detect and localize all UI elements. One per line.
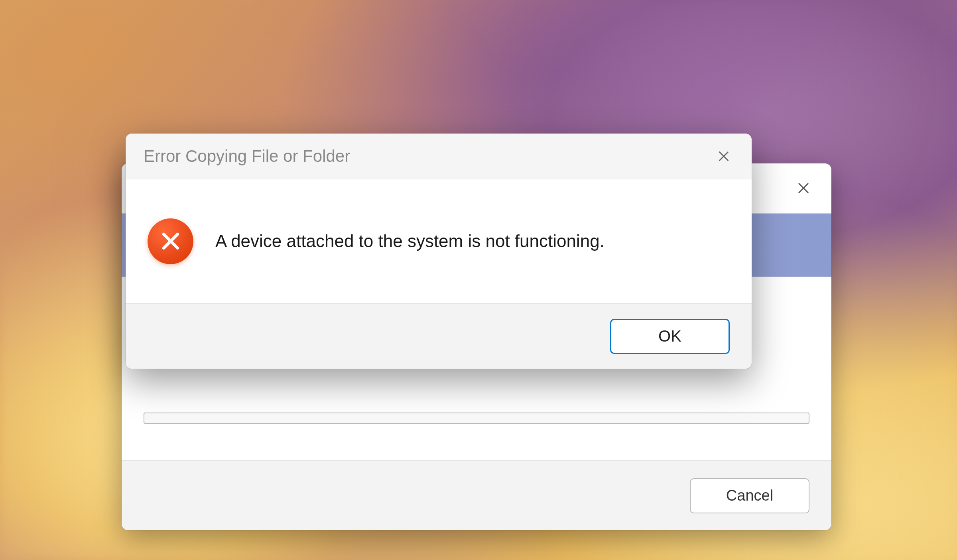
error-icon (148, 218, 193, 264)
error-dialog-footer: OK (126, 303, 752, 369)
error-dialog-title: Error Copying File or Folder (144, 147, 350, 166)
ok-button[interactable]: OK (610, 319, 730, 354)
error-dialog-body: A device attached to the system is not f… (126, 179, 752, 303)
copy-window-close-button[interactable] (788, 172, 819, 204)
error-dialog-titlebar: Error Copying File or Folder (126, 134, 752, 179)
copy-window-footer: Cancel (122, 460, 831, 530)
cancel-button[interactable]: Cancel (690, 478, 809, 513)
error-dialog-close-button[interactable] (710, 142, 738, 170)
progress-bar (144, 413, 809, 424)
x-icon (160, 231, 181, 252)
error-dialog: Error Copying File or Folder A device at… (126, 134, 752, 369)
close-icon (796, 181, 811, 195)
close-icon (717, 149, 731, 163)
progress-bar-container (122, 413, 831, 424)
error-message: A device attached to the system is not f… (215, 231, 605, 251)
